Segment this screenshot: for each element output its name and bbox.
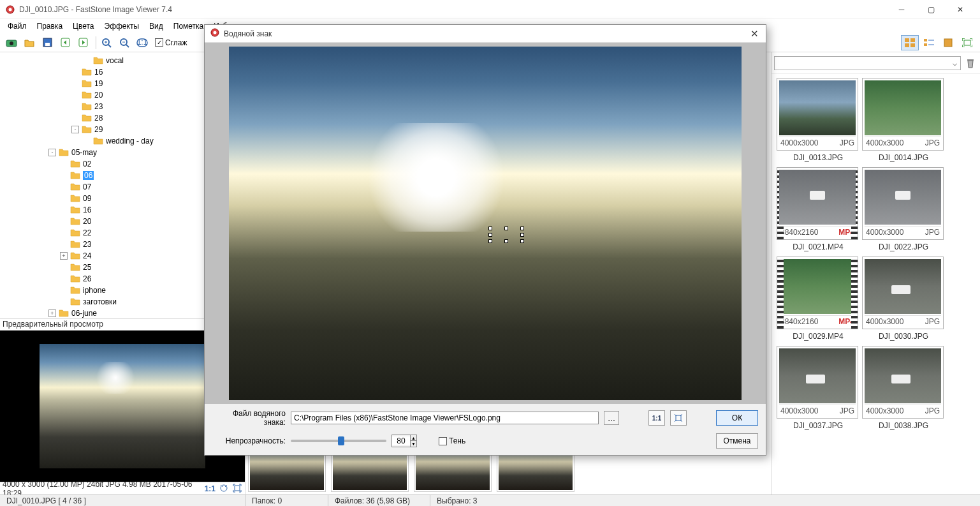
tree-label: заготовки: [83, 297, 117, 306]
opacity-slider[interactable]: [291, 440, 386, 442]
zoom-out-icon[interactable]: [117, 35, 132, 50]
watermark-file-input[interactable]: [291, 412, 599, 424]
thumb-image: [865, 80, 941, 135]
tree-expander[interactable]: +: [48, 309, 56, 317]
folder-icon: [70, 217, 80, 226]
chevron-down-icon[interactable]: ⌵: [949, 59, 960, 68]
watermark-file-label: Файл водяного знака:: [212, 409, 286, 427]
opacity-spinner[interactable]: ▲▼: [391, 435, 417, 447]
view-mode-group: [900, 35, 976, 50]
thumbnail-cell[interactable]: 4000x3000JPGDJI_0022.JPG: [862, 167, 945, 251]
dialog-titlebar[interactable]: Водяной знак ✕: [205, 25, 766, 43]
path-combo[interactable]: ⌵: [774, 56, 961, 70]
spin-down[interactable]: ▼: [410, 441, 416, 447]
folder-icon: [59, 309, 69, 318]
folder-icon: [70, 240, 80, 249]
view-fullscreen-icon[interactable]: [958, 35, 976, 50]
thumb-ext: JPG: [925, 317, 940, 326]
menu-colors[interactable]: Цвета: [68, 20, 99, 32]
slider-handle[interactable]: [338, 436, 344, 445]
preview-info-bar: 4000 x 3000 (12.00 MP) 24bit JPG 4.98 MB…: [0, 482, 245, 495]
tree-label: 20: [94, 91, 103, 100]
folder-icon: [70, 286, 80, 295]
thumbnail-cell[interactable]: 3840x2160MP4DJI_0021.MP4: [777, 167, 859, 251]
thumb-image: [865, 170, 941, 225]
tree-expander[interactable]: -: [71, 126, 79, 133]
thumbnail-cell[interactable]: 4000x3000JPGDJI_0037.JPG: [777, 346, 859, 430]
menu-effects[interactable]: Эффекты: [99, 20, 145, 32]
folder-icon: [70, 194, 80, 203]
menu-file[interactable]: Файл: [3, 20, 32, 32]
dialog-controls: Файл водяного знака: ... 1:1 ОК Непрозра…: [205, 404, 766, 455]
status-selected: Выбрано: 3: [430, 495, 980, 506]
watermark-selection[interactable]: [490, 228, 522, 241]
expand-icon[interactable]: [233, 484, 242, 494]
view-thumbgrid-icon[interactable]: [901, 35, 919, 50]
svg-rect-25: [944, 39, 952, 47]
spin-up[interactable]: ▲: [410, 435, 416, 441]
dialog-preview-canvas[interactable]: [205, 43, 766, 404]
fit-button[interactable]: [670, 410, 687, 426]
cancel-button[interactable]: Отмена: [716, 433, 758, 449]
opacity-value-input[interactable]: [392, 436, 410, 445]
thumbnail-cell[interactable]: 3840x2160MP4DJI_0029.MP4: [777, 257, 859, 341]
preview-ratio[interactable]: 1:1: [205, 484, 216, 493]
browse-button[interactable]: ...: [604, 411, 619, 425]
tree-label: 29: [94, 125, 103, 134]
fit-icon[interactable]: [219, 484, 229, 494]
thumb-image: [865, 259, 941, 314]
ok-button[interactable]: ОК: [716, 410, 758, 426]
maximize-button[interactable]: ▢: [916, 0, 946, 19]
actual-size-icon[interactable]: 1:1: [135, 35, 150, 50]
tree-label: 16: [94, 68, 103, 77]
thumb-ext: JPG: [840, 138, 854, 147]
tree-expander[interactable]: +: [60, 252, 68, 260]
menu-edit[interactable]: Правка: [32, 20, 68, 32]
tree-expander[interactable]: -: [48, 149, 56, 156]
svg-rect-21: [924, 39, 927, 41]
svg-rect-5: [45, 43, 50, 46]
next-icon[interactable]: [75, 35, 91, 50]
thumb-filename: DJI_0014.JPG: [862, 153, 945, 162]
prev-icon[interactable]: [57, 35, 73, 50]
folder-icon: [70, 297, 80, 306]
minimize-button[interactable]: ─: [887, 0, 916, 19]
thumbnail-grid: 4000x3000JPGDJI_0013.JPG4000x3000JPGDJI_…: [772, 74, 980, 495]
dialog-close-button[interactable]: ✕: [748, 27, 761, 40]
tree-label: 16: [83, 205, 91, 214]
tree-label: 23: [83, 240, 91, 249]
menu-tag[interactable]: Пометка: [168, 20, 209, 32]
ratio-button[interactable]: 1:1: [648, 410, 665, 426]
tree-label: 09: [83, 194, 91, 203]
close-button[interactable]: ✕: [946, 0, 975, 19]
thumbnail-cell[interactable]: 4000x3000JPGDJI_0038.JPG: [862, 346, 945, 430]
thumb-filename: DJI_0021.MP4: [777, 242, 859, 251]
delete-icon[interactable]: [963, 56, 977, 70]
dialog-preview-image: [229, 47, 742, 400]
tree-label: 25: [83, 263, 91, 272]
thumbnail-cell[interactable]: 4000x3000JPGDJI_0014.JPG: [862, 78, 945, 162]
shadow-checkbox[interactable]: Тень: [439, 436, 465, 445]
folder-icon: [70, 263, 80, 272]
tree-label: 05-may: [71, 148, 97, 157]
menu-view[interactable]: Вид: [144, 20, 168, 32]
thumbnail-cell[interactable]: 4000x3000JPGDJI_0013.JPG: [777, 78, 859, 162]
tree-label: 24: [83, 251, 91, 260]
thumb-ext: JPG: [840, 406, 854, 415]
view-single-icon[interactable]: [939, 35, 957, 50]
svg-rect-29: [967, 59, 974, 61]
open-icon[interactable]: [22, 35, 37, 50]
zoom-in-icon[interactable]: [99, 35, 114, 50]
save-icon[interactable]: [40, 35, 55, 50]
folder-icon: [70, 251, 80, 260]
acquire-icon[interactable]: [4, 35, 19, 50]
view-list-icon[interactable]: [920, 35, 938, 50]
thumb-resolution: 4000x3000: [866, 406, 903, 415]
thumbnail-cell[interactable]: 4000x3000JPGDJI_0030.JPG: [862, 257, 945, 341]
svg-rect-26: [964, 40, 970, 45]
thumb-resolution: 4000x3000: [866, 228, 903, 237]
tree-label: 20: [83, 217, 91, 226]
status-file: DJI_0010.JPG [ 4 / 36 ]: [0, 495, 245, 506]
smooth-checkbox[interactable]: ✓Сглаж: [155, 38, 187, 47]
statusbar: DJI_0010.JPG [ 4 / 36 ] Папок: 0 Файлов:…: [0, 495, 980, 506]
